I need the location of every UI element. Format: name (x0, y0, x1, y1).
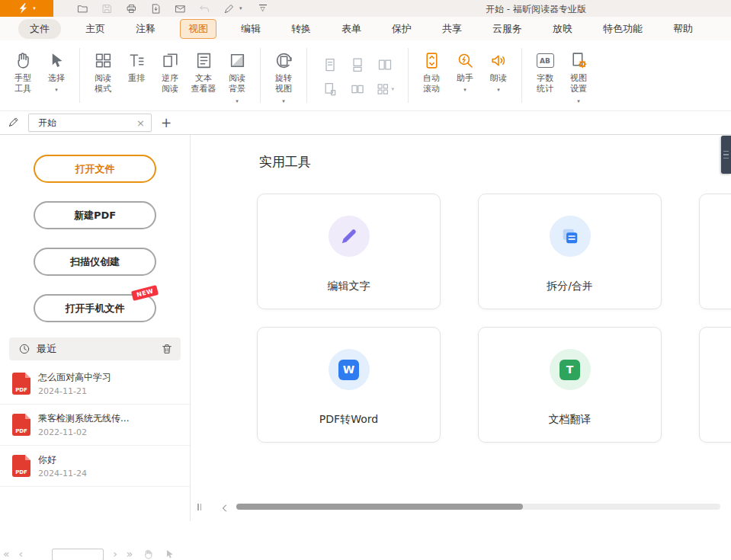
tab-start[interactable]: 开始 × (28, 114, 152, 132)
assistant-button[interactable]: 助手 ▾ (448, 40, 482, 110)
tab-comment[interactable]: 注释 (130, 19, 162, 39)
toolbar-divider (408, 48, 409, 103)
reading-background-button[interactable]: 阅读 背景 ▾ (220, 40, 254, 110)
open-folder-button[interactable] (76, 2, 88, 14)
ribbon-toolbar: 手型 工具 选择 ▾ 阅读 模式 重排 逆序 阅读 文本 查看器 阅读 背景 ▾ (0, 40, 731, 111)
folder-icon (77, 3, 88, 14)
customize-toolbar-button[interactable]: ▽ (259, 5, 267, 12)
first-page-button[interactable]: « (3, 549, 10, 559)
facing-layout-button[interactable] (376, 56, 394, 74)
reading-mode-button[interactable]: 阅读 模式 (86, 40, 120, 110)
select-tool-status-icon[interactable] (163, 549, 175, 560)
text-viewer-button[interactable]: 文本 查看器 (187, 40, 220, 110)
tab-special-features[interactable]: 特色功能 (597, 19, 649, 39)
edit-icon[interactable] (7, 116, 21, 130)
new-pdf-button[interactable]: 新建PDF (34, 201, 156, 229)
tab-file[interactable]: 文件 (18, 19, 61, 39)
mail-icon (175, 3, 186, 14)
tab-form[interactable]: 表单 (335, 19, 367, 39)
print-button[interactable] (125, 2, 137, 14)
ribbon-tab-bar: 文件 主页 注释 视图 编辑 转换 表单 保护 共享 云服务 放映 特色功能 帮… (0, 17, 731, 40)
auto-scroll-button[interactable]: 自动 滚动 (415, 40, 448, 110)
single-page-layout-button[interactable] (321, 56, 339, 74)
tab-home[interactable]: 主页 (79, 19, 111, 39)
annotate-button[interactable] (223, 2, 235, 14)
reading-background-icon (228, 51, 247, 70)
tool-card-split-merge[interactable]: 拆分/合并 (478, 194, 662, 309)
tool-card-pdf-to-word[interactable]: W PDF转Word (257, 327, 441, 443)
recent-file-item[interactable]: PDF 乘客检测系统无线传... 2022-11-02 (0, 405, 190, 446)
auto-scroll-icon (422, 51, 441, 70)
undo-button[interactable] (198, 2, 210, 14)
open-file-button[interactable]: 打开文件 (34, 155, 156, 183)
email-button[interactable] (174, 2, 186, 14)
trash-icon[interactable] (161, 343, 173, 355)
recent-file-item[interactable]: PDF 怎么面对高中学习 2024-11-21 (0, 363, 190, 405)
tab-protect[interactable]: 保护 (386, 19, 418, 39)
tab-edit[interactable]: 编辑 (235, 19, 267, 39)
tab-share[interactable]: 共享 (436, 19, 468, 39)
rotate-view-button[interactable]: 旋转 视图 ▾ (267, 40, 300, 110)
section-title: 实用工具 (259, 153, 311, 171)
recent-file-date: 2024-11-21 (38, 386, 111, 396)
read-aloud-button[interactable]: 朗读 ▾ (482, 40, 515, 110)
tab-convert[interactable]: 转换 (285, 19, 317, 39)
save-icon (101, 3, 113, 14)
select-tool-button[interactable]: 选择 ▾ (40, 40, 73, 110)
recent-file-name: 你好 (38, 453, 87, 466)
scroll-left-button[interactable] (220, 501, 230, 512)
tool-card-edit-text[interactable]: 编辑文字 (257, 194, 441, 309)
save-button[interactable] (101, 2, 113, 14)
hand-icon (14, 51, 33, 70)
recent-file-date: 2024-11-24 (38, 469, 87, 478)
word-count-button[interactable]: AB 字数 统计 (528, 40, 562, 110)
reading-background-label: 阅读 背景 (229, 73, 245, 95)
clock-icon (18, 343, 30, 355)
tool-card-partial[interactable] (699, 194, 731, 309)
next-page-button[interactable]: › (113, 549, 117, 559)
prev-page-button[interactable]: ‹ (19, 549, 24, 559)
recent-file-item[interactable]: PDF 你好 2024-11-24 (0, 446, 190, 487)
content-area: 打开文件 新建PDF 扫描仪创建 打开手机文件 NEW 最近 PDF 怎么面对高… (0, 135, 731, 560)
chevron-down-icon: ▾ (33, 5, 36, 11)
recent-file-name: 怎么面对高中学习 (38, 371, 111, 384)
page-number-layout-button[interactable] (321, 80, 339, 98)
assistant-label: 助手 (457, 73, 473, 84)
export-button[interactable] (149, 2, 162, 14)
hand-tool-status-icon[interactable] (142, 549, 154, 560)
page-number-input[interactable] (52, 549, 104, 560)
printer-icon (126, 3, 137, 14)
reflow-button[interactable]: 重排 (120, 40, 153, 110)
translate-letter: T (559, 360, 580, 380)
scanner-create-button[interactable]: 扫描仪创建 (34, 248, 156, 276)
scrollbar-track[interactable] (236, 504, 720, 510)
tool-card-label: PDF转Word (319, 413, 378, 427)
pen-icon (223, 3, 235, 14)
reverse-reading-button[interactable]: 逆序 阅读 (153, 40, 187, 110)
tool-card-translate[interactable]: T 文档翻译 (478, 327, 662, 443)
tab-presentation[interactable]: 放映 (547, 19, 579, 39)
facing-continuous-button[interactable] (348, 80, 367, 98)
select-tool-label: 选择 (48, 73, 65, 84)
auto-scroll-label: 自动 滚动 (423, 73, 440, 95)
text-viewer-icon (194, 51, 213, 70)
page-fold (25, 373, 30, 378)
recent-header: 最近 (9, 338, 181, 360)
panel-resize-grip[interactable] (197, 504, 201, 510)
grid-icon (376, 82, 390, 97)
tab-cloud-service[interactable]: 云服务 (486, 19, 528, 39)
chevron-down-icon[interactable]: ▾ (239, 5, 242, 11)
scrollbar-thumb[interactable] (236, 504, 523, 510)
vertical-scrollbar-thumb[interactable] (721, 136, 731, 174)
app-logo-button[interactable]: ▾ (0, 0, 53, 17)
view-settings-button[interactable]: 视图 设置 ▾ (562, 40, 595, 110)
layout-options-button[interactable]: ▾ (376, 80, 394, 98)
tab-help[interactable]: 帮助 (667, 19, 699, 39)
tool-card-partial[interactable] (699, 327, 731, 443)
hand-tool-button[interactable]: 手型 工具 (6, 40, 40, 110)
tab-view[interactable]: 视图 (180, 19, 216, 39)
last-page-button[interactable]: » (127, 549, 133, 559)
close-icon[interactable]: × (136, 118, 145, 128)
continuous-layout-button[interactable] (348, 56, 367, 74)
new-tab-button[interactable]: + (161, 117, 172, 130)
